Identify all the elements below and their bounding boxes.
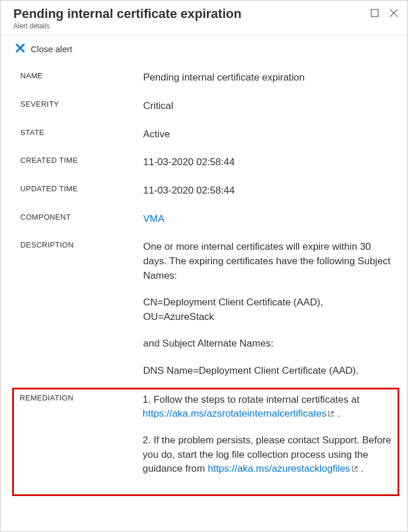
details: NAME Pending internal certificate expira…: [1, 59, 407, 508]
panel-title: Pending internal certificate expiration: [13, 6, 370, 21]
close-icon[interactable]: [389, 9, 398, 17]
description-p2: CN=Deployment Client Certificate (AAD), …: [143, 296, 391, 324]
remediation-highlight: REMEDIATION 1. Follow the steps to rotat…: [12, 388, 399, 496]
row-description: DESCRIPTION One or more internal certifi…: [20, 233, 391, 385]
label-updated-time: UPDATED TIME: [20, 184, 143, 193]
alert-panel: Pending internal certificate expiration …: [0, 0, 408, 532]
remediation-step1-link[interactable]: https://aka.ms/azsrotateinternalcertific…: [143, 408, 326, 419]
row-updated-time: UPDATED TIME 11-03-2020 02:58:44: [20, 177, 391, 205]
remediation-step2-link[interactable]: https://aka.ms/azurestacklogfiles: [207, 463, 350, 474]
close-alert-button[interactable]: Close alert: [16, 43, 72, 54]
maximize-icon[interactable]: [370, 9, 379, 17]
remediation-step-2: 2. If the problem persists, please conta…: [143, 433, 392, 477]
value-remediation: 1. Follow the steps to rotate internal c…: [143, 393, 392, 477]
external-link-icon: [351, 462, 358, 477]
value-description: One or more internal certificates will e…: [143, 240, 391, 378]
toolbar: Close alert: [1, 35, 407, 59]
label-name: NAME: [20, 71, 143, 80]
row-remediation: REMEDIATION 1. Follow the steps to rotat…: [20, 393, 392, 484]
value-component-link[interactable]: VMA: [143, 213, 165, 224]
value-state: Active: [143, 127, 391, 142]
label-component: COMPONENT: [20, 212, 143, 221]
remediation-step1-text: 1. Follow the steps to rotate internal c…: [143, 394, 359, 405]
row-created-time: CREATED TIME 11-03-2020 02:58:44: [20, 148, 391, 177]
external-link-icon: [327, 407, 334, 422]
description-p3: and Subject Alternate Names:: [143, 337, 391, 351]
description-p1: One or more internal certificates will e…: [143, 240, 391, 283]
description-p4: DNS Name=Deployment Client Certificate (…: [143, 364, 391, 378]
row-name: NAME Pending internal certificate expira…: [20, 64, 391, 92]
row-component: COMPONENT VMA: [20, 205, 391, 234]
panel-header: Pending internal certificate expiration …: [1, 1, 407, 35]
label-remediation: REMEDIATION: [20, 393, 143, 402]
label-created-time: CREATED TIME: [20, 155, 143, 165]
label-description: DESCRIPTION: [20, 240, 143, 249]
panel-subtitle: Alert details: [13, 22, 370, 30]
close-alert-label: Close alert: [31, 44, 72, 54]
value-severity: Critical: [143, 99, 391, 114]
label-state: STATE: [20, 127, 143, 137]
header-icons: [370, 6, 398, 17]
row-severity: SEVERITY Critical: [20, 92, 391, 121]
row-state: STATE Active: [20, 121, 391, 149]
label-severity: SEVERITY: [20, 99, 143, 108]
remediation-step-1: 1. Follow the steps to rotate internal c…: [143, 393, 392, 422]
header-titles: Pending internal certificate expiration …: [13, 6, 370, 30]
value-name: Pending internal certificate expiration: [143, 71, 391, 85]
svg-rect-0: [371, 10, 378, 17]
value-updated-time: 11-03-2020 02:58:44: [143, 184, 391, 198]
remediation-step1-suffix: .: [334, 408, 340, 419]
remediation-step2-suffix: .: [358, 463, 363, 474]
value-created-time: 11-03-2020 02:58:44: [143, 155, 391, 170]
close-alert-icon: [16, 43, 25, 54]
